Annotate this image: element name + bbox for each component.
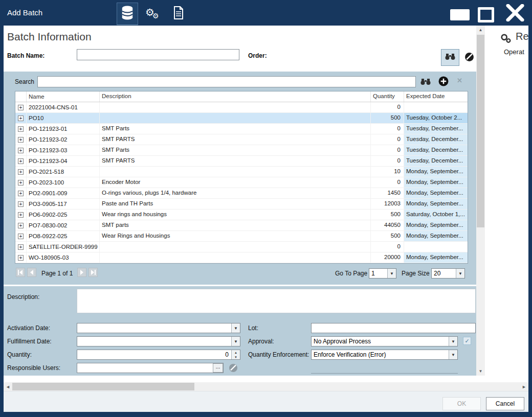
- row-expander[interactable]: +: [15, 102, 27, 112]
- lot-input[interactable]: [311, 323, 476, 333]
- vertical-scrollbar[interactable]: ▲ ▼: [476, 26, 485, 376]
- expand-icon[interactable]: +: [18, 255, 24, 261]
- table-row[interactable]: + SATELLITE-ORDER-9999 0: [15, 242, 468, 252]
- table-row[interactable]: + PO-121923-01 SMT Parts 0 Tuesday, Dece…: [15, 124, 468, 134]
- batch-tool-button[interactable]: [117, 3, 138, 25]
- table-row[interactable]: + WO-180905-03 20000 Monday, September..…: [15, 252, 468, 263]
- spin-up-icon[interactable]: ▲: [231, 350, 240, 355]
- next-page-button[interactable]: [77, 268, 86, 277]
- row-expander[interactable]: +: [15, 156, 27, 166]
- batch-name-input[interactable]: [77, 49, 239, 60]
- header-expected-date[interactable]: Expected Date: [404, 91, 468, 102]
- responsible-users-input[interactable]: [77, 363, 224, 373]
- add-order-button[interactable]: [438, 76, 449, 88]
- table-row[interactable]: + PO8-0922-025 Wear Rings and Housings 5…: [15, 231, 468, 242]
- search-input[interactable]: [37, 76, 416, 87]
- vertical-scrollbar-thumb[interactable]: [477, 35, 484, 227]
- chevron-down-icon[interactable]: ▼: [449, 337, 457, 346]
- approval-value: No Approval Process: [312, 337, 449, 346]
- header-name[interactable]: Name: [27, 91, 100, 102]
- responsible-users-browse-button[interactable]: ...: [213, 363, 223, 373]
- expand-icon[interactable]: +: [18, 158, 24, 164]
- first-page-button[interactable]: [16, 268, 25, 277]
- close-button[interactable]: [504, 4, 526, 24]
- expand-icon[interactable]: +: [18, 244, 24, 250]
- row-expander[interactable]: +: [15, 199, 27, 209]
- row-expander[interactable]: +: [15, 231, 27, 241]
- chevron-down-icon[interactable]: ▼: [231, 323, 240, 333]
- row-expander[interactable]: +: [15, 113, 27, 123]
- header-quantity[interactable]: Quantity: [371, 91, 404, 102]
- responsible-users-clear-button[interactable]: [229, 363, 238, 375]
- row-expander[interactable]: +: [15, 167, 27, 177]
- prev-page-button[interactable]: [27, 268, 36, 277]
- row-expander[interactable]: +: [15, 210, 27, 220]
- chevron-down-icon[interactable]: ▼: [231, 337, 240, 346]
- ok-button[interactable]: OK: [442, 397, 481, 410]
- scroll-up-icon[interactable]: ▲: [476, 26, 485, 34]
- last-page-button[interactable]: [88, 268, 98, 277]
- approval-select[interactable]: No Approval Process ▼: [311, 336, 458, 346]
- horizontal-scrollbar[interactable]: ◄ ►: [4, 382, 528, 391]
- row-expander[interactable]: +: [15, 220, 27, 230]
- chevron-down-icon[interactable]: ▼: [387, 269, 396, 278]
- quantity-input[interactable]: [77, 350, 240, 360]
- remove-order-button[interactable]: ✕: [457, 77, 462, 84]
- row-expander[interactable]: +: [15, 124, 27, 134]
- table-row[interactable]: + PO10 500 Tuesday, October 2...: [15, 113, 468, 124]
- expand-icon[interactable]: +: [18, 223, 24, 228]
- quantity-enforcement-select[interactable]: Enforce Verification (Error) ▼: [311, 350, 458, 360]
- search-button[interactable]: [420, 78, 431, 87]
- expand-icon[interactable]: +: [18, 126, 24, 132]
- scroll-left-icon[interactable]: ◄: [4, 382, 12, 391]
- row-expander[interactable]: +: [15, 242, 27, 252]
- table-row[interactable]: + PO6-0902-025 Wear rings and housings 5…: [15, 210, 468, 220]
- scroll-down-icon[interactable]: ▼: [476, 367, 485, 376]
- maximize-button[interactable]: [478, 7, 494, 22]
- spin-down-icon[interactable]: ▼: [231, 355, 240, 359]
- header-description[interactable]: Description: [100, 91, 371, 102]
- page-size-select[interactable]: 20 ▼: [431, 268, 465, 279]
- table-row[interactable]: + PO-2021-518 10 Monday, September...: [15, 167, 468, 177]
- scroll-right-icon[interactable]: ►: [520, 382, 528, 391]
- table-row[interactable]: + 20221004-CNS-01 0: [15, 102, 468, 113]
- row-expander[interactable]: +: [15, 188, 27, 198]
- chevron-down-icon[interactable]: ▼: [449, 350, 457, 359]
- expand-icon[interactable]: +: [18, 115, 24, 121]
- expand-icon[interactable]: +: [18, 234, 24, 239]
- expand-icon[interactable]: +: [18, 191, 24, 196]
- horizontal-scrollbar-thumb[interactable]: [12, 383, 194, 390]
- table-row[interactable]: + PO-121923-02 SMT PARTS 0 Tuesday, Dece…: [15, 134, 468, 145]
- table-row[interactable]: + PO3-0905-117 Paste and TH Parts 12003 …: [15, 199, 468, 210]
- expand-icon[interactable]: +: [18, 169, 24, 175]
- order-clear-button[interactable]: [464, 52, 474, 64]
- expand-icon[interactable]: +: [18, 148, 24, 153]
- table-row[interactable]: + PO-121923-03 SMT Parts 0 Tuesday, Dece…: [15, 145, 468, 156]
- table-row[interactable]: + PO2-0901-009 O-rings various, plugs 1/…: [15, 188, 468, 199]
- clear-circle-icon: [229, 363, 238, 375]
- row-expander[interactable]: +: [15, 145, 27, 155]
- row-expander[interactable]: +: [15, 177, 27, 188]
- expand-icon[interactable]: +: [18, 137, 24, 143]
- cell-quantity: 500: [371, 210, 404, 220]
- row-expander[interactable]: +: [15, 252, 27, 263]
- table-row[interactable]: + PO7-0830-002 SMT parts 44050 Monday, S…: [15, 220, 468, 231]
- minimize-button[interactable]: [450, 9, 470, 20]
- row-expander[interactable]: +: [15, 134, 27, 145]
- expand-icon[interactable]: +: [18, 180, 24, 186]
- fulfillment-date-picker[interactable]: ▼: [77, 336, 240, 346]
- settings-tool-button[interactable]: ⚙⚙: [142, 3, 164, 25]
- expand-icon[interactable]: +: [18, 212, 24, 218]
- document-tool-button[interactable]: [168, 3, 189, 25]
- table-row[interactable]: + PO-2023-100 Encoder Motor 0 Monday, Se…: [15, 177, 468, 188]
- expand-icon[interactable]: +: [18, 105, 24, 110]
- cancel-button[interactable]: Cancel: [486, 397, 524, 410]
- chevron-down-icon[interactable]: ▼: [456, 269, 464, 278]
- goto-page-select[interactable]: 1 ▼: [369, 268, 396, 279]
- description-input[interactable]: [77, 289, 476, 313]
- activation-date-picker[interactable]: ▼: [77, 323, 240, 333]
- approval-check-icon[interactable]: ✓: [463, 337, 471, 345]
- order-find-button[interactable]: [441, 49, 459, 66]
- expand-icon[interactable]: +: [18, 201, 24, 207]
- table-row[interactable]: + PO-121923-04 SMT PARTS 0 Tuesday, Dece…: [15, 156, 468, 167]
